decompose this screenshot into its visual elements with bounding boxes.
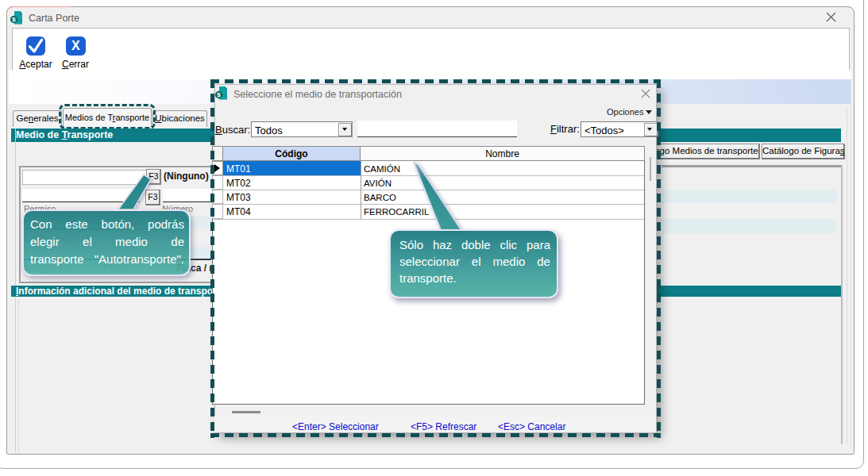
- svg-text:$: $: [12, 16, 16, 23]
- svg-text:$: $: [217, 91, 221, 98]
